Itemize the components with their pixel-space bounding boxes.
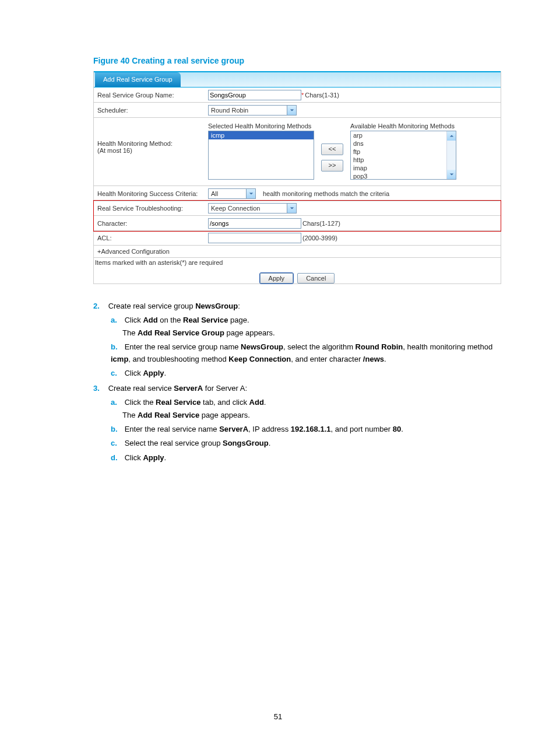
hint-character: Chars(1-127) [302, 220, 340, 227]
advanced-config-toggle[interactable]: +Advanced Configuration [94, 246, 501, 258]
tab-bar: Add Real Service Group [94, 71, 501, 88]
label-selected-methods: Selected Health Monitoring Methods [208, 123, 314, 130]
move-right-button[interactable]: >> [321, 160, 343, 172]
tab-add-real-service-group[interactable]: Add Real Service Group [95, 72, 181, 87]
input-acl[interactable] [208, 233, 301, 243]
list-marker: d. [111, 452, 122, 464]
hint-acl: (2000-3999) [302, 235, 337, 242]
required-footnote: Items marked with an asterisk(*) are req… [94, 258, 501, 270]
row-scheduler: Scheduler: Round Robin [94, 103, 501, 118]
list-marker: c. [111, 368, 122, 379]
row-character: Character: Chars(1-127) [94, 216, 501, 231]
input-character[interactable] [208, 218, 301, 229]
apply-button[interactable]: Apply [260, 273, 294, 284]
chevron-down-icon [246, 189, 255, 198]
select-troubleshooting[interactable]: Keep Connection [208, 203, 297, 214]
listbox-selected-methods[interactable]: icmp [208, 131, 314, 180]
row-group-name: Real Service Group Name: *Chars(1-31) [94, 88, 501, 103]
hint-group-name: Chars(1-31) [305, 92, 339, 99]
list-marker: c. [111, 438, 122, 449]
label-group-name: Real Service Group Name: [97, 92, 208, 99]
required-marker: * [301, 92, 304, 99]
chevron-down-icon [287, 106, 296, 115]
move-left-button[interactable]: << [321, 144, 343, 155]
list-item[interactable]: icmp [209, 131, 314, 139]
label-character: Character: [97, 220, 208, 227]
list-item[interactable]: http [351, 156, 456, 164]
list-item[interactable]: ftp [351, 148, 456, 156]
list-item[interactable]: pop3 [351, 172, 456, 180]
label-acl: ACL: [97, 235, 208, 242]
list-marker: 3. [93, 383, 106, 394]
select-scheduler[interactable]: Round Robin [208, 105, 297, 116]
list-marker: a. [111, 314, 122, 326]
label-available-methods: Available Health Monitoring Methods [350, 123, 456, 130]
list-marker: b. [111, 424, 122, 435]
label-success-criteria: Health Monitoring Success Criteria: [97, 190, 208, 197]
input-group-name[interactable] [208, 90, 301, 100]
criteria-suffix-text: health monitoring methods match the crit… [263, 190, 389, 197]
page-number: 51 [0, 712, 556, 721]
row-health-monitoring: Health Monitoring Method: (At most 16) S… [94, 118, 501, 186]
list-marker: b. [111, 341, 122, 353]
label-troubleshooting: Real Service Troubleshooting: [97, 205, 208, 212]
label-scheduler: Scheduler: [97, 107, 208, 114]
scroll-up-icon[interactable] [447, 131, 456, 141]
scrollbar[interactable] [446, 131, 456, 179]
listbox-available-methods[interactable]: arp dns ftp http imap pop3 [350, 131, 456, 180]
list-item[interactable]: imap [351, 164, 456, 172]
scroll-down-icon[interactable] [447, 170, 456, 179]
figure-caption: Figure 40 Creating a real service group [93, 56, 500, 65]
label-health-monitoring: Health Monitoring Method: (At most 16) [97, 120, 208, 154]
list-marker: 2. [93, 300, 106, 312]
list-item[interactable]: arp [351, 131, 456, 139]
row-acl: ACL: (2000-3999) [94, 230, 501, 246]
list-marker: a. [111, 397, 122, 408]
cancel-button[interactable]: Cancel [297, 273, 335, 284]
dual-listbox: Selected Health Monitoring Methods icmp … [208, 120, 456, 183]
screenshot-panel: Add Real Service Group Real Service Grou… [93, 71, 501, 284]
list-item[interactable]: dns [351, 139, 456, 148]
select-success-criteria[interactable]: All [208, 188, 256, 199]
chevron-down-icon [287, 204, 296, 213]
row-troubleshooting: Real Service Troubleshooting: Keep Conne… [94, 201, 501, 216]
instruction-text: 2. Create real service group NewsGroup: … [93, 300, 500, 464]
row-success-criteria: Health Monitoring Success Criteria: All … [94, 186, 501, 201]
